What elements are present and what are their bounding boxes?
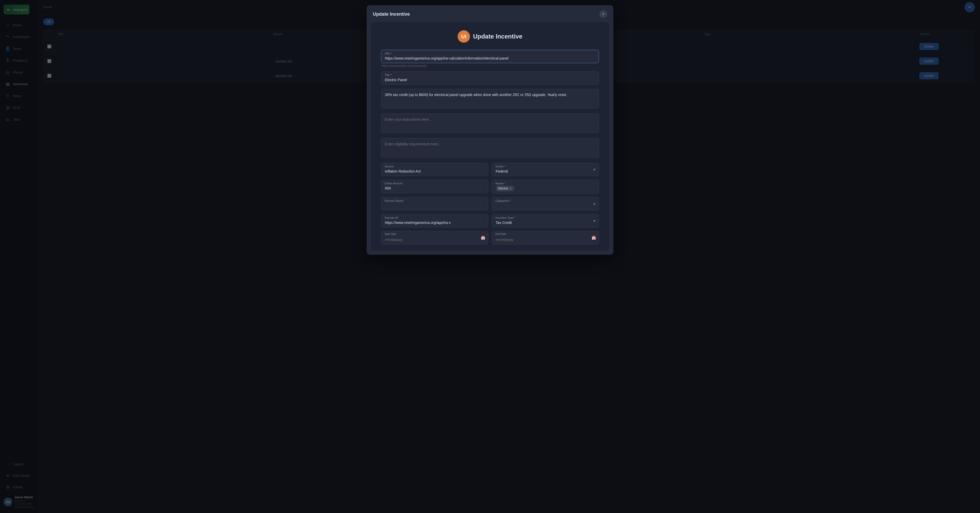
incentive-type-select[interactable]: Tax Credit Rebate Loan Grant <box>492 214 599 227</box>
incentive-type-field-group: Incentive Type * Tax Credit Rebate Loan … <box>492 214 599 227</box>
amount-assets-row: Dollar Amount Assets * Electric × <box>381 180 599 194</box>
dollar-amount-input[interactable] <box>381 180 488 193</box>
asset-tag-remove-button[interactable]: × <box>509 187 512 190</box>
calendar-icon[interactable]: 📅 <box>481 236 485 240</box>
categories-select[interactable] <box>492 197 599 211</box>
title-field-group: Title * <box>381 71 599 85</box>
url-hint: https://somedomain.com/some/path <box>381 64 599 67</box>
remote-id-input[interactable] <box>381 214 488 227</box>
assets-field-group: Assets * Electric × <box>492 180 599 194</box>
description-field-group <box>381 89 599 110</box>
date-row: Start Date 📅 End Date 📅 <box>381 231 599 245</box>
modal-title: Update Incentive <box>473 33 522 40</box>
source-field-group: Source <box>381 163 488 176</box>
modal-icon: UI <box>458 30 470 43</box>
remote-id-field-group: Remote ID <box>381 214 488 227</box>
dollar-amount-field-group: Dollar Amount <box>381 180 488 194</box>
title-input[interactable] <box>381 71 599 85</box>
eligibility-textarea[interactable] <box>381 138 599 158</box>
percent-saved-field-group: Percent Saved <box>381 197 488 211</box>
instructions-textarea[interactable] <box>381 113 599 133</box>
eligibility-field-group <box>381 138 599 159</box>
sector-select[interactable]: Federal State Local Utility <box>492 163 599 176</box>
source-sector-row: Source Sector * Federal State Local Util… <box>381 163 599 176</box>
modal-overlay: Update Incentive × UI Update Incentive U… <box>0 0 980 513</box>
asset-tag-label: Electric <box>498 187 508 190</box>
remoteid-incentivetype-row: Remote ID Incentive Type * Tax Credit Re… <box>381 214 599 227</box>
inner-modal: UI Update Incentive URL * https://somedo… <box>371 22 609 251</box>
sector-field-group: Sector * Federal State Local Utility ▾ <box>492 163 599 176</box>
assets-container: Electric × <box>492 180 599 194</box>
instructions-field-group <box>381 113 599 134</box>
close-dialog-button[interactable]: × <box>600 10 607 18</box>
percent-saved-input[interactable] <box>381 197 488 211</box>
asset-tag-electric: Electric × <box>496 186 514 191</box>
url-field-group: URL * https://somedomain.com/some/path <box>381 50 599 67</box>
url-input[interactable] <box>381 50 599 63</box>
percent-categories-row: Percent Saved Categories * ▾ <box>381 197 599 211</box>
start-date-input[interactable] <box>381 231 488 245</box>
start-date-field-group: Start Date 📅 <box>381 231 488 245</box>
categories-field-group: Categories * ▾ <box>492 197 599 211</box>
end-date-field-group: End Date 📅 <box>492 231 599 245</box>
description-textarea[interactable] <box>381 89 599 108</box>
calendar-icon[interactable]: 📅 <box>592 236 596 240</box>
inner-modal-header: UI Update Incentive <box>381 30 599 43</box>
outer-dialog-title: Update Incentive <box>373 11 410 17</box>
source-input[interactable] <box>381 163 488 176</box>
outer-dialog: Update Incentive × UI Update Incentive U… <box>367 5 613 255</box>
outer-dialog-header: Update Incentive × <box>367 5 613 22</box>
end-date-input[interactable] <box>492 231 599 245</box>
